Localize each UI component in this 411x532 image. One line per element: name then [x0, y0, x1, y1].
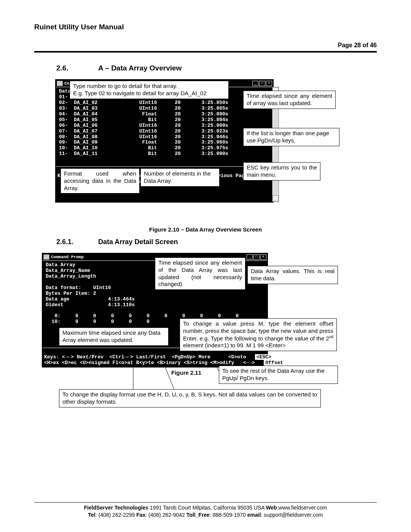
- figure-2-11: Command Promp _ □ × Data Array Data_Arra…: [42, 253, 377, 434]
- minimize-button[interactable]: _: [247, 254, 253, 260]
- callout-type-number: Type number to go to detail for that arr…: [70, 81, 229, 99]
- section-title: A – Data Array Overview: [98, 64, 182, 72]
- page-number: Page 28 of 46: [34, 42, 377, 49]
- close-button[interactable]: ×: [266, 81, 272, 86]
- app-icon: [43, 254, 49, 260]
- subsection-title: Data Array Detail Screen: [98, 238, 178, 246]
- callout-display-format: To change the display format use the H, …: [59, 389, 321, 407]
- callout-length: Number of elements in the Data Array.: [140, 168, 220, 187]
- callout-change-sup: nd: [329, 335, 333, 339]
- callout-change-p1: To change a value press M, type the elem…: [183, 320, 333, 342]
- footer-tel: : (408) 262-2299: [96, 512, 136, 518]
- footer-fax-lbl: Fax: [136, 512, 145, 518]
- footer-addr: 1991 Tarob Court Milpitas, California 95…: [148, 505, 266, 511]
- offset-label: Offset: [264, 360, 285, 366]
- callout-values: Data Array values. This is real time dat…: [247, 266, 338, 284]
- figure-2-10: Co _ □ × Data Arry Format Length Data Ag…: [55, 79, 348, 224]
- terminal-body: Data Arry Format Length Data Age 01- DA_…: [56, 87, 273, 166]
- doc-title: Ruinet Utility User Manual: [34, 23, 377, 31]
- callout-esc: ESC key returns you to the main menu.: [243, 162, 320, 181]
- figure-2-11-caption: Figure 2.11: [171, 369, 201, 376]
- footer-email-lbl: email: [247, 512, 261, 518]
- section-number: 2.6.: [56, 64, 98, 72]
- figure-2-10-caption: Figure 2.10 – Data Array Overview Screen: [34, 226, 377, 233]
- footer-rule: [34, 502, 377, 503]
- minimize-button[interactable]: _: [252, 81, 258, 86]
- footer-company: FieldServer Technologies: [84, 505, 148, 511]
- callout-max-time: Maximum time elapsed since any Data Arra…: [59, 328, 169, 346]
- footer-email: : support@fieldserver.com: [261, 512, 323, 518]
- rule: [34, 51, 377, 53]
- scroll-down-icon[interactable]: ▼: [272, 195, 279, 201]
- footer-tf: : 888-509-1970: [210, 512, 247, 518]
- footer: FieldServer Technologies 1991 Tarob Cour…: [34, 504, 377, 519]
- callout-format: Format used when accessing data in the D…: [61, 168, 140, 193]
- close-button[interactable]: ×: [260, 254, 266, 260]
- callout-time-updated: Time elapsed since any element of the Da…: [155, 257, 245, 290]
- footer-tf-lbl: Toll_Free: [186, 512, 210, 518]
- subsection-number: 2.6.1.: [56, 238, 98, 246]
- callout-time-elapsed: Time elapsed since any element of array …: [243, 91, 336, 109]
- callout-change-p2: element (index=1) to 99. M 1 99 <Enter>: [183, 342, 286, 348]
- page: Ruinet Utility User Manual Page 28 of 46…: [0, 0, 411, 532]
- callout-pgup-pgdn: To see the rest of the Data Array use th…: [219, 366, 338, 384]
- subsection-heading: 2.6.1. Data Array Detail Screen: [56, 238, 377, 246]
- section-heading: 2.6. A – Data Array Overview: [56, 64, 377, 72]
- status2-line1: Keys: <→←> Next/Prev <Ctrl→←> Last/First…: [44, 354, 246, 360]
- footer-tel-lbl: Tel: [88, 512, 96, 518]
- callout-pgdn: If the list is longer than one page use …: [243, 128, 339, 146]
- maximize-button[interactable]: □: [259, 81, 265, 86]
- maximize-button[interactable]: □: [253, 254, 260, 260]
- status2-line2: <H>ex <D>ec <U>nsigned Fl<o>at B<y>te <B…: [44, 360, 255, 366]
- footer-web: :www.fieldserver.com: [277, 505, 327, 511]
- footer-fax: : (408) 262-9042: [145, 512, 186, 518]
- callout-change-value: To change a value press M, type the elem…: [180, 318, 337, 351]
- footer-web-lbl: Web: [266, 505, 277, 511]
- app-icon: [57, 81, 63, 86]
- esc-label-2: <ESC>: [255, 354, 273, 360]
